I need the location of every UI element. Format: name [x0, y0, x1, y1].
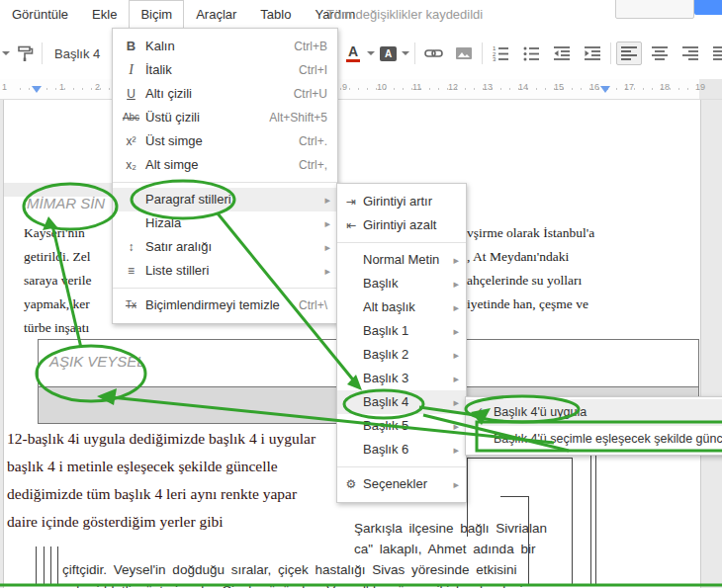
menu-item-label: Hizala: [145, 215, 181, 230]
table-border: [595, 447, 596, 586]
menu-item[interactable]: Başlık 6 ▸: [337, 438, 466, 462]
menu-item-label: Başlık 6: [363, 442, 408, 457]
menu-item-label: Altı çizili: [145, 86, 192, 101]
highlight-color-button[interactable]: A: [380, 46, 397, 61]
submenu-arrow-icon: ▸: [453, 390, 459, 414]
menu-item[interactable]: Başlık 4 ▸: [337, 390, 466, 414]
comments-button[interactable]: [615, 0, 694, 19]
menu-item[interactable]: x² Üst simge Ctrl+. ▸: [113, 129, 337, 153]
toolbar: Başlık 4 A A 123: [0, 28, 722, 79]
menubar-item-label: Görüntüle: [12, 7, 68, 22]
menu-item-label: Başlık 3: [363, 371, 408, 385]
menu-divider: [113, 182, 337, 183]
menu-item-label: Biçimlendirmeyi temizle: [145, 297, 280, 312]
menu-item-shortcut: Alt+Shift+5: [269, 106, 327, 129]
menubar-item[interactable]: Ekle: [80, 1, 129, 27]
menu-item[interactable]: U Altı çizili Ctrl+U ▸: [113, 82, 337, 106]
menu-item[interactable]: Paragraf stilleri ▸: [113, 188, 337, 211]
heading4-menu: ✓ Başlık 4'ü uygula Başlık 4'ü seçimle e…: [465, 396, 722, 456]
text-fragment-left: saraya verile: [24, 273, 92, 288]
menu-item-shortcut: Ctrl+\: [299, 294, 327, 317]
align-center-button[interactable]: [647, 42, 673, 65]
menu-item-label: Normal Metin: [363, 252, 439, 267]
menu-item[interactable]: Başlık 3 ▸: [337, 367, 466, 390]
menu-item[interactable]: ⇥ Girintiyi artır ▸: [337, 190, 466, 213]
menubar-item[interactable]: Araçlar: [184, 1, 248, 27]
text-fragment-right: ahçelerinde su yolları: [467, 269, 582, 293]
menu-item[interactable]: I İtalik Ctrl+I ▸: [113, 58, 337, 82]
text-line: çiftçidir. Veysel'in doğduğu sıralar, çi…: [62, 559, 523, 580]
menu-item[interactable]: Başlık 2 ▸: [337, 343, 466, 367]
bulleted-list-icon[interactable]: [518, 42, 544, 65]
share-button[interactable]: [694, 0, 722, 15]
left-indent-marker[interactable]: [32, 86, 42, 93]
save-status: Tüm değişiklikler kaydedildi: [326, 7, 483, 22]
submenu-arrow-icon: ▸: [453, 414, 459, 438]
menu-item-icon: B: [120, 35, 142, 58]
menu-item[interactable]: ✓ Başlık 4'ü uygula: [466, 399, 722, 426]
menu-item-icon: ↕: [120, 235, 142, 259]
menu-item-label: Paragraf stilleri: [145, 192, 231, 207]
highlight-caret-icon[interactable]: [402, 51, 409, 55]
align-right-button[interactable]: [677, 42, 703, 65]
menu-item-icon: Tx: [120, 294, 142, 317]
text-color-swatch: [346, 59, 360, 62]
menu-item[interactable]: ⚙ Seçenekler ▸: [337, 472, 466, 496]
menubar-item[interactable]: Tablo: [248, 1, 303, 27]
menu-item[interactable]: B Kalın Ctrl+B ▸: [113, 35, 337, 58]
paragraph-veysel[interactable]: Şarkışla ilçesine bağlı Sivrialan ca" la…: [62, 518, 523, 588]
numbered-list-icon[interactable]: 123: [488, 42, 513, 65]
insert-image-icon[interactable]: [451, 42, 477, 65]
align-left-button[interactable]: [616, 42, 642, 65]
menu-bar: Görüntüle Ekle Biçim Araçlar Tablo Yardı…: [0, 0, 722, 28]
chevron-down-icon[interactable]: [2, 51, 10, 55]
menu-item[interactable]: Abc Üstü çizili Alt+Shift+5 ▸: [113, 106, 337, 129]
menubar-item[interactable]: Görüntüle: [0, 1, 80, 27]
menu-item[interactable]: Başlık ▸: [337, 272, 466, 295]
menu-item[interactable]: Başlık 5 ▸: [337, 414, 466, 438]
menu-item[interactable]: ⇤ Girintiyi azalt ▸: [337, 213, 466, 237]
svg-text:3: 3: [493, 56, 496, 62]
decrease-indent-icon[interactable]: [549, 42, 575, 65]
heading-asik-veysel[interactable]: AŞIK VEYSEL: [49, 353, 145, 370]
submenu-arrow-icon: ▸: [453, 248, 459, 272]
menu-item[interactable]: Başlık 1 ▸: [337, 319, 466, 343]
justify-button[interactable]: [708, 42, 722, 65]
submenu-arrow-icon: ▸: [453, 343, 459, 367]
text-color-caret-icon[interactable]: [367, 51, 375, 55]
menu-item[interactable]: Başlık 4'ü seçimle eşleşecek şekilde gün…: [466, 426, 722, 453]
submenu-arrow-icon: ▸: [453, 295, 459, 319]
text-color-button[interactable]: A: [344, 45, 362, 62]
menu-item-shortcut: Ctrl+U: [294, 82, 327, 106]
paragraph-style-selector[interactable]: Başlık 4: [48, 46, 106, 61]
menu-item-icon: ⚙: [341, 472, 361, 496]
heading-mimar-sinan[interactable]: MİMAR SİN: [27, 195, 105, 211]
table-border: [590, 447, 591, 586]
ruler-number: 19: [695, 82, 705, 92]
menu-item-label: Liste stilleri: [145, 263, 209, 278]
right-indent-marker[interactable]: [600, 86, 610, 93]
ruler-number: 13: [483, 82, 493, 92]
menu-item[interactable]: x₂ Alt simge Ctrl+, ▸: [113, 153, 337, 177]
menu-item-label: Alt başlık: [363, 299, 415, 314]
menu-item[interactable]: Alt başlık ▸: [337, 295, 466, 319]
menu-item[interactable]: ↕ Satır aralığı ▸: [113, 235, 337, 259]
menu-item-label: Girintiyi artır: [363, 194, 432, 209]
submenu-arrow-icon: ▸: [453, 367, 459, 390]
table-border: [500, 496, 528, 497]
submenu-arrow-icon: ▸: [324, 211, 330, 235]
menubar-item[interactable]: Biçim: [129, 0, 184, 28]
menu-item[interactable]: Tx Biçimlendirmeyi temizle Ctrl+\ ▸: [113, 294, 337, 317]
text-fragment-left: yapmak, ker: [24, 296, 90, 311]
menu-item-label: Başlık 5: [363, 418, 408, 433]
increase-indent-icon[interactable]: [580, 42, 605, 65]
menu-item[interactable]: ≡ Liste stilleri ▸: [113, 259, 337, 283]
menu-item[interactable]: Normal Metin ▸: [337, 248, 466, 272]
paint-format-icon[interactable]: [16, 44, 36, 62]
table-border: [572, 458, 573, 586]
menu-item-label: Seçenekler: [363, 476, 427, 491]
menu-item-label: Başlık 2: [363, 347, 408, 362]
menu-item-label: Kalın: [145, 39, 175, 53]
menu-item[interactable]: Hizala ▸: [113, 211, 337, 235]
insert-link-icon[interactable]: [420, 42, 446, 65]
